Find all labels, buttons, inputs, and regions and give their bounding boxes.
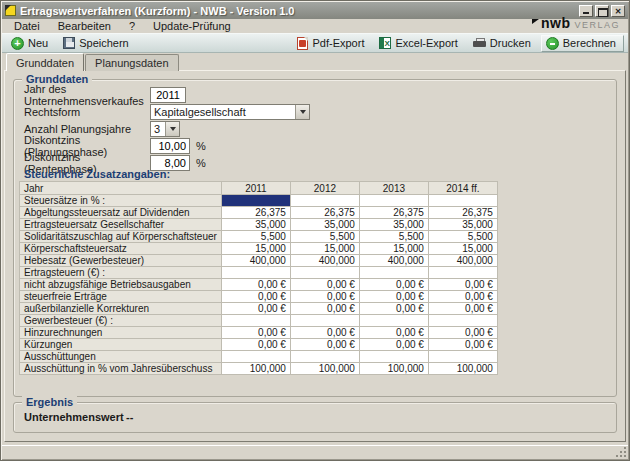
value-cell[interactable]: 0,00 €	[290, 327, 359, 339]
value-cell[interactable]	[290, 351, 359, 363]
menu-help[interactable]: ?	[123, 20, 141, 32]
selected-cell[interactable]	[221, 195, 290, 207]
toolbar-button-label: Drucken	[490, 37, 531, 49]
value-cell[interactable]: 5,500	[428, 231, 497, 243]
value-cell[interactable]: 35,000	[221, 219, 290, 231]
value-cell[interactable]: 15,000	[359, 243, 428, 255]
value-cell[interactable]: 0,00 €	[359, 303, 428, 315]
value-cell[interactable]: 0,00 €	[221, 291, 290, 303]
value-cell[interactable]	[290, 315, 359, 327]
tab-panel-grunddaten: Grunddaten Jahr des Unternehmensverkaufe…	[4, 70, 626, 442]
value-cell[interactable]: 400,000	[359, 255, 428, 267]
table-row: Hinzurechnungen0,00 €0,00 €0,00 €0,00 €	[20, 327, 498, 339]
value-cell[interactable]: 0,00 €	[221, 303, 290, 315]
table-row: Ertragsteuersatz Gesellschafter35,00035,…	[20, 219, 498, 231]
menu-bar: Datei Bearbeiten ? Update-Prüfung nwb VE…	[2, 19, 628, 33]
value-cell[interactable]: 0,00 €	[428, 279, 497, 291]
diskontzins-planungsphase-field[interactable]	[150, 138, 190, 154]
berechnen-button[interactable]: Berechnen	[541, 35, 624, 52]
neu-button[interactable]: Neu	[6, 35, 56, 52]
ergebnis-group-title: Ergebnis	[22, 396, 77, 408]
value-cell[interactable]	[221, 351, 290, 363]
value-cell[interactable]: 15,000	[428, 243, 497, 255]
value-cell[interactable]	[290, 267, 359, 279]
value-cell[interactable]: 100,000	[221, 363, 290, 375]
resize-grip-icon[interactable]	[616, 447, 627, 458]
combo-arrow-icon	[170, 127, 176, 131]
value-cell[interactable]: 0,00 €	[359, 339, 428, 351]
value-cell[interactable]	[359, 267, 428, 279]
menu-update-pruefung[interactable]: Update-Prüfung	[147, 20, 237, 32]
value-cell[interactable]: 5,500	[221, 231, 290, 243]
value-cell[interactable]	[359, 315, 428, 327]
drucken-button[interactable]: Drucken	[468, 35, 539, 52]
value-cell[interactable]	[428, 267, 497, 279]
table-row: Steuersätze in % :	[20, 195, 498, 207]
value-cell[interactable]	[428, 351, 497, 363]
toolbar-button-label: Neu	[28, 37, 48, 49]
value-cell[interactable]: 0,00 €	[428, 291, 497, 303]
value-cell[interactable]: 400,000	[221, 255, 290, 267]
jahr-des-unternehmensverkaufes-field[interactable]	[150, 87, 186, 103]
value-cell[interactable]	[221, 267, 290, 279]
chevron-down-icon[interactable]	[165, 122, 179, 136]
value-cell[interactable]: 0,00 €	[290, 339, 359, 351]
value-cell[interactable]	[221, 315, 290, 327]
row-label-cell: nicht abzugsfähige Betriebsausgaben	[20, 279, 222, 291]
value-cell[interactable]: 0,00 €	[428, 327, 497, 339]
tab-grunddaten[interactable]: Grunddaten	[6, 53, 84, 71]
value-cell[interactable]	[359, 351, 428, 363]
row-label-cell: Steuersätze in % :	[20, 195, 222, 207]
value-cell[interactable]: 15,000	[290, 243, 359, 255]
anzahl-planungsjahre-select[interactable]: 3	[150, 121, 180, 137]
value-cell[interactable]: 0,00 €	[290, 291, 359, 303]
pdf-export-button[interactable]: Pdf-Export	[292, 35, 372, 52]
value-cell[interactable]: 0,00 €	[290, 303, 359, 315]
value-cell[interactable]: 5,500	[359, 231, 428, 243]
value-cell[interactable]: 35,000	[359, 219, 428, 231]
value-cell[interactable]: 400,000	[428, 255, 497, 267]
value-cell[interactable]: 26,375	[221, 207, 290, 219]
value-cell[interactable]: 0,00 €	[221, 339, 290, 351]
value-cell[interactable]: 0,00 €	[428, 339, 497, 351]
menu-datei[interactable]: Datei	[8, 20, 46, 32]
value-cell[interactable]: 100,000	[290, 363, 359, 375]
chevron-down-icon[interactable]	[295, 105, 309, 119]
value-cell[interactable]: 0,00 €	[428, 303, 497, 315]
value-cell[interactable]: 400,000	[290, 255, 359, 267]
value-cell[interactable]: 26,375	[359, 207, 428, 219]
row-label-cell: Solidaritätszuschlag auf Körperschaftste…	[20, 231, 222, 243]
grunddaten-groupbox: Grunddaten Jahr des Unternehmensverkaufe…	[13, 79, 617, 397]
value-cell[interactable]: 100,000	[359, 363, 428, 375]
table-row: außerbilanzielle Korrekturen0,00 €0,00 €…	[20, 303, 498, 315]
speichern-button[interactable]: Speichern	[58, 35, 137, 52]
value-cell[interactable]: 26,375	[290, 207, 359, 219]
row-label-cell: Hinzurechnungen	[20, 327, 222, 339]
tab-strip: Grunddaten Planungsdaten	[6, 54, 180, 71]
toolbar-button-label: Speichern	[79, 37, 129, 49]
value-cell[interactable]: 0,00 €	[221, 327, 290, 339]
value-cell[interactable]: 0,00 €	[359, 279, 428, 291]
value-cell[interactable]: 0,00 €	[359, 327, 428, 339]
value-cell[interactable]: 0,00 €	[359, 291, 428, 303]
value-cell[interactable]	[290, 195, 359, 207]
value-cell[interactable]	[428, 315, 497, 327]
row-label-cell: steuerfreie Erträge	[20, 291, 222, 303]
combo-arrow-icon	[300, 110, 306, 114]
value-cell[interactable]: 100,000	[428, 363, 497, 375]
value-cell[interactable]: 0,00 €	[221, 279, 290, 291]
value-cell[interactable]: 35,000	[428, 219, 497, 231]
tab-planungsdaten[interactable]: Planungsdaten	[85, 54, 178, 71]
value-cell[interactable]: 35,000	[290, 219, 359, 231]
value-cell[interactable]: 26,375	[428, 207, 497, 219]
value-cell[interactable]: 15,000	[221, 243, 290, 255]
steuerliche-zusatzangaben-title: Steuerliche Zusatzangaben:	[24, 168, 170, 180]
value-cell[interactable]	[359, 195, 428, 207]
menu-bearbeiten[interactable]: Bearbeiten	[52, 20, 117, 32]
row-label-cell: Körperschaftsteuersatz	[20, 243, 222, 255]
excel-export-button[interactable]: Excel-Export	[374, 35, 465, 52]
value-cell[interactable]	[428, 195, 497, 207]
value-cell[interactable]: 0,00 €	[290, 279, 359, 291]
rechtsform-select[interactable]: Kapitalgesellschaft	[150, 104, 310, 120]
value-cell[interactable]: 5,500	[290, 231, 359, 243]
